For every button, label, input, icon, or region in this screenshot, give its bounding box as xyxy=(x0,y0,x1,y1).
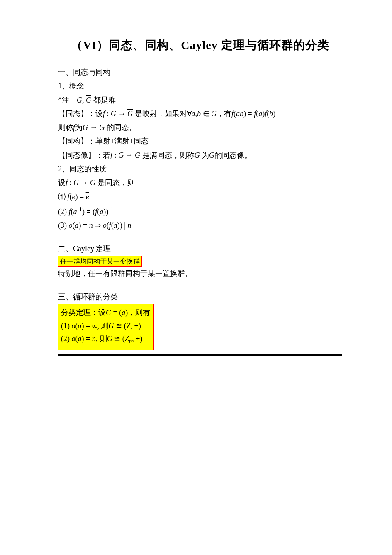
cayley-corollary: 特别地，任一有限群同构于某一置换群。 xyxy=(58,267,342,281)
homomorphism-def-line2: 则称f为G → G 的同态。 xyxy=(58,121,342,134)
homomorphism-def-line1: 【同态】：设f : G → G 是映射，如果对∀a,b ∈ G，有f(ab) =… xyxy=(58,107,342,121)
section1-heading: 一、同态与同构 xyxy=(58,66,342,79)
isomorphism-def: 【同构】：单射+满射+同态 xyxy=(58,134,342,148)
cayley-theorem-text: 任一群均同构于某一变换群 xyxy=(58,256,142,267)
section2-heading: 二、Cayley 定理 xyxy=(58,242,342,256)
cayley-highlight-box: 任一群均同构于某一变换群 xyxy=(58,256,342,267)
document-page: （VI）同态、同构、Cayley 定理与循环群的分类 一、同态与同构 1、概念 … xyxy=(0,0,392,555)
footer-rule-bottom xyxy=(58,355,342,356)
classification-line1: 分类定理：设G = (a)，则有 xyxy=(61,306,150,319)
section3-heading: 三、循环群的分类 xyxy=(58,290,342,304)
property-2: (2) f(a-1) = (f(a))-1 xyxy=(58,204,342,219)
property-3: (3) o(a) = n ⇒ o(f(a)) | n xyxy=(58,219,342,232)
s1-concept-label: 1、概念 xyxy=(58,79,342,93)
s1-note: *注：G, G 都是群 xyxy=(58,93,342,107)
classification-line2: (1) o(a) = ∞, 则G ≅ (Z, +) xyxy=(61,320,150,333)
footer-rule-top xyxy=(58,354,342,355)
page-title: （VI）同态、同构、Cayley 定理与循环群的分类 xyxy=(58,37,342,53)
classification-line3: (2) o(a) = n, 则G ≅ (Zn, +) xyxy=(61,333,150,347)
cyclic-classification-box: 分类定理：设G = (a)，则有 (1) o(a) = ∞, 则G ≅ (Z, … xyxy=(58,304,342,350)
properties-premise: 设f : G → G 是同态，则 xyxy=(58,176,342,190)
homomorphic-image-def: 【同态像】：若f : G → G 是满同态，则称G 为G的同态像。 xyxy=(58,149,342,162)
property-1: ⑴ f(e) = e xyxy=(58,190,342,204)
s1-properties-label: 2、同态的性质 xyxy=(58,162,342,176)
